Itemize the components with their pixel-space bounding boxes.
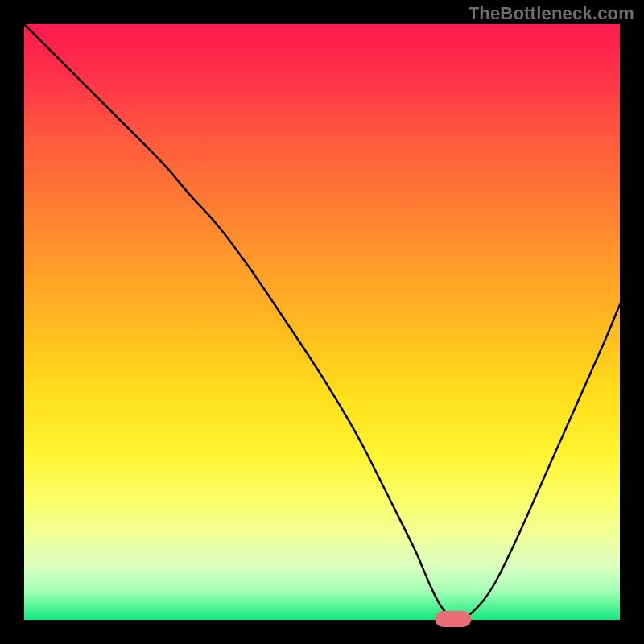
- chart-frame: TheBottleneck.com: [0, 0, 644, 644]
- bottleneck-chart: [0, 0, 644, 644]
- watermark-text: TheBottleneck.com: [469, 3, 634, 24]
- optimum-marker: [435, 611, 471, 627]
